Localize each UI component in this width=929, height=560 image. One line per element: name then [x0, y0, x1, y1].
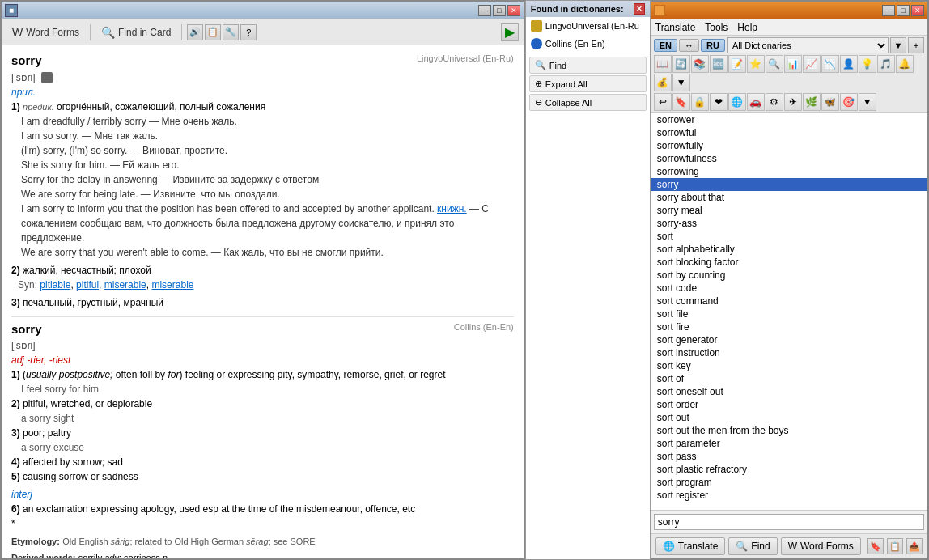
settings-button[interactable]: 🔧 — [223, 24, 239, 40]
bookmark-button[interactable]: 🔖 — [867, 538, 884, 554]
copy-button[interactable]: 📋 — [205, 24, 221, 40]
word-item[interactable]: sort order — [651, 398, 927, 411]
tb2-icon-9[interactable]: 🌿 — [803, 93, 821, 111]
maximize-button[interactable]: □ — [493, 5, 506, 16]
tb-icon-10[interactable]: 📉 — [821, 55, 839, 73]
close-button[interactable]: ✕ — [507, 5, 520, 16]
dict-dropdown-button[interactable]: ▼ — [890, 37, 906, 53]
right-maximize-button[interactable]: □ — [897, 5, 910, 16]
tb2-icon-2[interactable]: 🔖 — [672, 93, 690, 111]
word-forms-action-button[interactable]: W Word Forms — [781, 537, 861, 555]
word-item[interactable]: sort out — [651, 411, 927, 424]
word-item[interactable]: sort — [651, 230, 927, 243]
tb2-icon-6[interactable]: 🚗 — [747, 93, 765, 111]
tb2-icon-4[interactable]: ❤ — [710, 93, 728, 111]
syn-word-4[interactable]: miserable — [151, 279, 193, 291]
word-item[interactable]: sorrowing — [651, 165, 927, 178]
syn-word-3[interactable]: miserable — [104, 279, 146, 291]
word-item[interactable]: sorrowfully — [651, 139, 927, 152]
word-item[interactable]: sorry about that — [651, 191, 927, 204]
word-item[interactable]: sorry — [651, 178, 927, 191]
right-minimize-button[interactable]: — — [882, 5, 895, 16]
tb-icon-5[interactable]: 📝 — [728, 55, 746, 73]
tb-icon-11[interactable]: 👤 — [840, 55, 858, 73]
lang-swap-button[interactable]: ↔ — [679, 39, 699, 52]
tb2-icon-8[interactable]: ✈ — [784, 93, 802, 111]
tb-icon-4[interactable]: 🔤 — [710, 55, 728, 73]
tb-icon-2[interactable]: 🔄 — [672, 55, 690, 73]
copy-action-button[interactable]: 📋 — [887, 538, 903, 554]
tb2-icon-11[interactable]: 🎯 — [840, 93, 858, 111]
expand-all-button[interactable]: ⊕ Expand All — [529, 75, 647, 92]
word-item[interactable]: sorry meal — [651, 204, 927, 217]
tb-icon-3[interactable]: 📚 — [691, 55, 709, 73]
lang-ru-button[interactable]: RU — [701, 39, 725, 52]
tb2-icon-7[interactable]: ⚙ — [766, 93, 783, 111]
tb2-icon-5[interactable]: 🌐 — [728, 93, 746, 111]
search-input[interactable] — [654, 514, 924, 530]
word-item[interactable]: sort generator — [651, 333, 927, 346]
minimize-button[interactable]: — — [478, 5, 491, 16]
word-item[interactable]: sort of — [651, 372, 927, 385]
syn-word-2[interactable]: pitiful — [76, 279, 99, 291]
find-button[interactable]: 🔍 Find — [529, 57, 647, 74]
word-item[interactable]: sorrower — [651, 113, 927, 126]
word-item[interactable]: sort code — [651, 282, 927, 295]
word-item[interactable]: sort program — [651, 476, 927, 489]
word-item[interactable]: sort blocking factor — [651, 256, 927, 269]
tb-icon-more[interactable]: ▼ — [672, 74, 690, 91]
word-item[interactable]: sort parameter — [651, 437, 927, 450]
word-item[interactable]: sort key — [651, 359, 927, 372]
lang-en-button[interactable]: EN — [654, 39, 677, 52]
collapse-all-button[interactable]: ⊖ Collapse All — [529, 94, 647, 111]
audio-icon[interactable] — [41, 72, 53, 83]
find-action-button[interactable]: 🔍 Find — [728, 537, 777, 555]
word-item[interactable]: sort oneself out — [651, 385, 927, 398]
word-forms-button[interactable]: W Word Forms — [6, 23, 85, 42]
tb2-icon-3[interactable]: 🔒 — [691, 93, 709, 111]
tb2-icon-more[interactable]: ▼ — [859, 93, 876, 111]
menu-tools[interactable]: Tools — [705, 22, 728, 33]
found-item-1[interactable]: LingvoUniversal (En-Ru — [526, 17, 650, 35]
menu-help[interactable]: Help — [737, 22, 757, 33]
dictionary-select[interactable]: All Dictionaries — [727, 37, 889, 53]
tb-icon-14[interactable]: 🔔 — [896, 55, 914, 73]
right-close-button[interactable]: ✕ — [911, 5, 924, 16]
word-item[interactable]: sort out the men from the boys — [651, 424, 927, 437]
word-item[interactable]: sort by counting — [651, 269, 927, 282]
entry-2-def-5: 5) causing sorrow or sadness — [11, 469, 514, 484]
tb-icon-1[interactable]: 📖 — [654, 55, 672, 73]
word-item[interactable]: sort file — [651, 308, 927, 320]
tb-icon-12[interactable]: 💡 — [859, 55, 876, 73]
word-item[interactable]: sorry-ass — [651, 217, 927, 230]
word-item[interactable]: sort command — [651, 295, 927, 308]
tb2-icon-10[interactable]: 🦋 — [821, 93, 839, 111]
help-button[interactable]: ? — [240, 24, 257, 40]
tb-icon-15[interactable]: 💰 — [654, 74, 672, 91]
translate-button[interactable]: 🌐 Translate — [655, 537, 726, 555]
word-item[interactable]: sort plastic refractory — [651, 463, 927, 476]
tb-icon-9[interactable]: 📈 — [803, 55, 821, 73]
speaker-button[interactable]: 🔊 — [187, 24, 203, 40]
word-item[interactable]: sort register — [651, 489, 927, 502]
found-panel-close-button[interactable]: ✕ — [634, 3, 645, 15]
word-item[interactable]: sort fire — [651, 320, 927, 333]
word-item[interactable]: sort pass — [651, 450, 927, 463]
word-item[interactable]: sorrowfulness — [651, 152, 927, 165]
menu-translate[interactable]: Translate — [655, 22, 696, 33]
tb2-icon-1[interactable]: ↩ — [654, 93, 672, 111]
export-button[interactable]: 📤 — [906, 538, 923, 554]
found-item-2[interactable]: Collins (En-En) — [526, 35, 650, 53]
tb-icon-13[interactable]: 🎵 — [877, 55, 895, 73]
syn-word-1[interactable]: pitiable — [40, 279, 70, 291]
word-item[interactable]: sorrowful — [651, 126, 927, 139]
tb-icon-6[interactable]: ⭐ — [747, 55, 765, 73]
tb-icon-7[interactable]: 🔍 — [766, 55, 783, 73]
nav-button[interactable]: ▶ — [501, 23, 519, 41]
word-item-label: sort program — [657, 477, 712, 488]
word-item[interactable]: sort alphabetically — [651, 243, 927, 256]
word-item[interactable]: sort instruction — [651, 346, 927, 359]
find-in-card-button[interactable]: 🔍 Find in Card — [95, 23, 176, 42]
add-dict-button[interactable]: + — [908, 37, 924, 53]
tb-icon-8[interactable]: 📊 — [784, 55, 802, 73]
